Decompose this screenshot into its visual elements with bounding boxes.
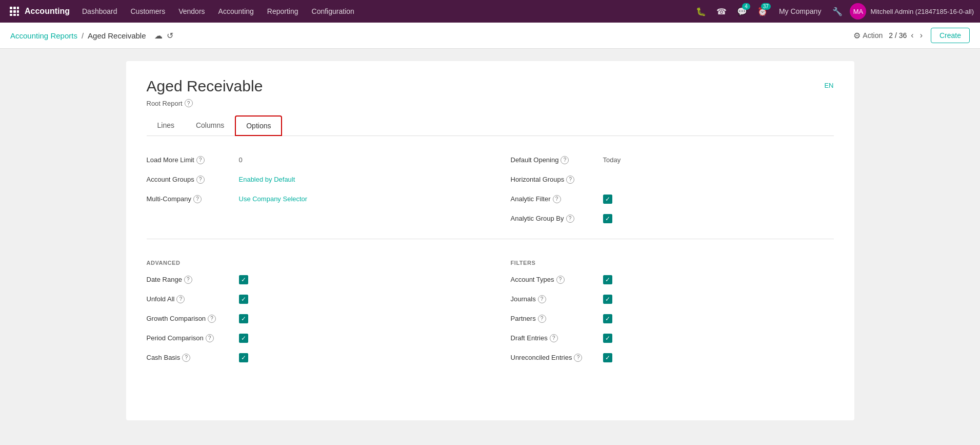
growth-comparison-help[interactable]: ? bbox=[208, 315, 216, 323]
advanced-filters-wrapper: ADVANCED Date Range ? ✓ Unfold All ? ✓ bbox=[147, 249, 834, 367]
cash-basis-row: Cash Basis ? ✓ bbox=[147, 348, 470, 367]
breadcrumb-current: Aged Receivable bbox=[88, 31, 146, 40]
draft-entries-label: Draft Entries ? bbox=[511, 334, 603, 342]
breadcrumb-icons: ☁ ↺ bbox=[154, 31, 173, 41]
filters-section-header: FILTERS bbox=[511, 249, 834, 270]
advanced-section: ADVANCED Date Range ? ✓ Unfold All ? ✓ bbox=[147, 249, 470, 367]
horizontal-groups-help[interactable]: ? bbox=[566, 176, 574, 184]
clock-icon[interactable]: ⏰ 37 bbox=[754, 3, 771, 20]
account-groups-value[interactable]: Enabled by Default bbox=[239, 176, 295, 183]
account-types-help[interactable]: ? bbox=[556, 276, 565, 284]
account-groups-label: Account Groups ? bbox=[147, 176, 239, 184]
multi-company-row: Multi-Company ? Use Company Selector bbox=[147, 189, 470, 209]
tab-columns[interactable]: Columns bbox=[185, 115, 235, 136]
tabs: Lines Columns Options bbox=[147, 115, 834, 136]
date-range-help[interactable]: ? bbox=[184, 276, 192, 284]
user-avatar[interactable]: MA bbox=[850, 3, 866, 20]
date-range-checkbox[interactable]: ✓ bbox=[239, 275, 248, 284]
filters-section: FILTERS Account Types ? ✓ Journals ? ✓ bbox=[511, 249, 834, 367]
unreconciled-entries-checkbox[interactable]: ✓ bbox=[603, 353, 612, 362]
refresh-icon[interactable]: ↺ bbox=[167, 31, 173, 41]
advanced-section-header: ADVANCED bbox=[147, 249, 470, 270]
journals-row: Journals ? ✓ bbox=[511, 289, 834, 309]
growth-comparison-label: Growth Comparison ? bbox=[147, 315, 239, 323]
root-report-field: Root Report ? bbox=[147, 99, 834, 107]
form-title: Aged Receivable bbox=[147, 78, 263, 95]
nav-customers[interactable]: Customers bbox=[125, 4, 172, 18]
cash-basis-help[interactable]: ? bbox=[182, 354, 190, 362]
analytic-filter-checkbox[interactable]: ✓ bbox=[603, 195, 612, 204]
svg-rect-2 bbox=[17, 7, 19, 9]
unfold-all-help[interactable]: ? bbox=[176, 295, 185, 303]
next-page-button[interactable]: › bbox=[918, 30, 925, 41]
draft-entries-help[interactable]: ? bbox=[550, 334, 558, 342]
bug-icon[interactable]: 🐛 bbox=[693, 3, 709, 20]
pagination-text: 2 / 36 bbox=[889, 31, 907, 40]
nav-dashboard[interactable]: Dashboard bbox=[76, 4, 124, 18]
root-report-help-icon[interactable]: ? bbox=[185, 99, 193, 107]
multi-company-help[interactable]: ? bbox=[193, 195, 202, 203]
tools-icon[interactable]: 🔧 bbox=[829, 3, 846, 20]
period-comparison-checkbox[interactable]: ✓ bbox=[239, 334, 248, 343]
nav-configuration[interactable]: Configuration bbox=[306, 4, 361, 18]
partners-checkbox[interactable]: ✓ bbox=[603, 314, 612, 323]
lang-badge: EN bbox=[824, 82, 833, 89]
journals-help[interactable]: ? bbox=[538, 295, 546, 303]
analytic-group-by-checkbox[interactable]: ✓ bbox=[603, 214, 612, 223]
nav-vendors[interactable]: Vendors bbox=[172, 4, 211, 18]
cash-basis-label: Cash Basis ? bbox=[147, 354, 239, 362]
section-divider bbox=[147, 239, 834, 239]
unfold-all-checkbox[interactable]: ✓ bbox=[239, 295, 248, 304]
svg-rect-3 bbox=[10, 10, 12, 13]
breadcrumb-parent[interactable]: Accounting Reports bbox=[10, 31, 77, 40]
svg-rect-0 bbox=[10, 7, 12, 9]
analytic-group-by-row: Analytic Group By ? ✓ bbox=[511, 209, 834, 228]
breadcrumb-separator: / bbox=[82, 31, 84, 40]
svg-rect-7 bbox=[13, 14, 16, 16]
user-name[interactable]: Mitchell Admin (21847185-16-0-all) bbox=[870, 8, 974, 15]
nav-reporting[interactable]: Reporting bbox=[261, 4, 305, 18]
cash-basis-checkbox[interactable]: ✓ bbox=[239, 353, 248, 362]
journals-checkbox[interactable]: ✓ bbox=[603, 295, 612, 304]
page-container: Aged Receivable EN Root Report ? Lines C… bbox=[126, 61, 854, 420]
create-button[interactable]: Create bbox=[931, 28, 970, 43]
account-types-checkbox[interactable]: ✓ bbox=[603, 275, 612, 284]
clock-badge: 37 bbox=[761, 3, 771, 10]
account-types-row: Account Types ? ✓ bbox=[511, 270, 834, 289]
company-selector[interactable]: My Company bbox=[775, 5, 825, 17]
load-more-limit-row: Load More Limit ? 0 bbox=[147, 150, 470, 170]
unreconciled-entries-help[interactable]: ? bbox=[574, 354, 582, 362]
tab-options[interactable]: Options bbox=[235, 115, 282, 136]
tab-lines[interactable]: Lines bbox=[147, 115, 185, 136]
support-icon[interactable]: ☎ bbox=[713, 3, 730, 20]
options-left-col: Load More Limit ? 0 Account Groups ? Ena… bbox=[147, 150, 470, 228]
breadcrumb-bar: Accounting Reports / Aged Receivable ☁ ↺… bbox=[0, 23, 980, 49]
growth-comparison-checkbox[interactable]: ✓ bbox=[239, 314, 248, 323]
pagination: 2 / 36 ‹ › bbox=[889, 30, 925, 41]
action-button[interactable]: ⚙ Action bbox=[853, 31, 883, 41]
analytic-group-by-help[interactable]: ? bbox=[566, 215, 574, 223]
period-comparison-help[interactable]: ? bbox=[206, 334, 214, 342]
svg-rect-5 bbox=[17, 10, 19, 13]
multi-company-value[interactable]: Use Company Selector bbox=[239, 195, 308, 203]
default-opening-help[interactable]: ? bbox=[561, 156, 569, 164]
apps-menu-button[interactable] bbox=[6, 3, 23, 20]
journals-label: Journals ? bbox=[511, 295, 603, 303]
draft-entries-checkbox[interactable]: ✓ bbox=[603, 334, 612, 343]
load-more-limit-help[interactable]: ? bbox=[196, 156, 205, 164]
chat-icon[interactable]: 💬 4 bbox=[734, 3, 750, 20]
period-comparison-label: Period Comparison ? bbox=[147, 334, 239, 342]
chat-badge: 4 bbox=[742, 3, 750, 10]
account-groups-help[interactable]: ? bbox=[196, 176, 205, 184]
partners-help[interactable]: ? bbox=[538, 315, 546, 323]
horizontal-groups-label: Horizontal Groups ? bbox=[511, 176, 603, 184]
account-groups-row: Account Groups ? Enabled by Default bbox=[147, 170, 470, 189]
nav-accounting[interactable]: Accounting bbox=[212, 4, 260, 18]
load-more-limit-label: Load More Limit ? bbox=[147, 156, 239, 164]
breadcrumb-right: ⚙ Action 2 / 36 ‹ › Create bbox=[853, 28, 970, 43]
upload-icon[interactable]: ☁ bbox=[154, 31, 163, 41]
prev-page-button[interactable]: ‹ bbox=[909, 30, 915, 41]
analytic-filter-help[interactable]: ? bbox=[553, 195, 561, 203]
top-nav: Accounting Dashboard Customers Vendors A… bbox=[0, 0, 980, 23]
main-content: Aged Receivable EN Root Report ? Lines C… bbox=[106, 49, 875, 433]
